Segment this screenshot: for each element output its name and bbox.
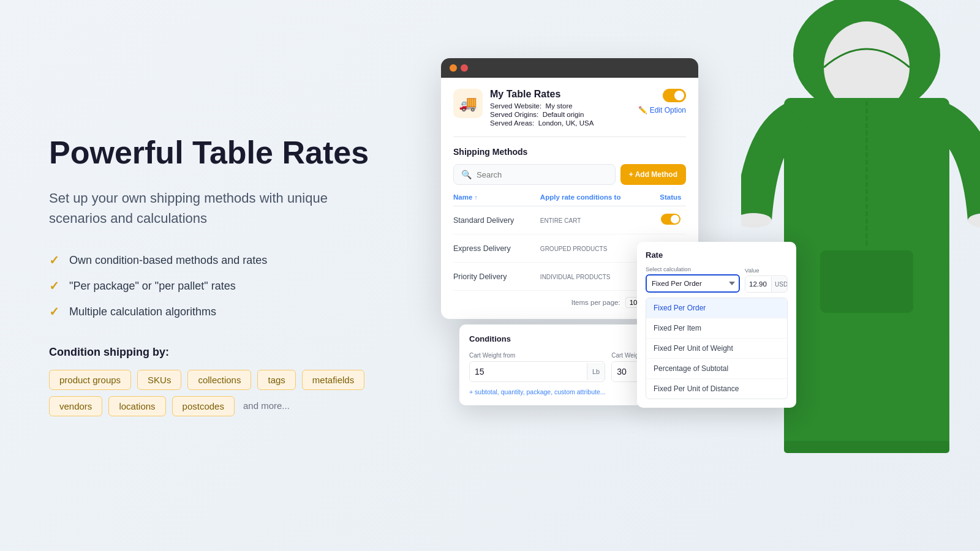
titlebar-dot-red <box>461 64 468 72</box>
row-toggle-1[interactable] <box>661 214 680 225</box>
check-icon-3: ✓ <box>49 304 59 319</box>
weight-from-field: Cart Weight from Lb <box>469 352 605 382</box>
value-input[interactable] <box>745 276 771 292</box>
table-rates-toggle[interactable] <box>663 89 686 102</box>
checklist-item-3: Multiple calculation algorithms <box>69 305 216 318</box>
col-status: Status <box>655 193 686 206</box>
calculation-dropdown: Fixed Per Order Fixed Per Item Fixed Per… <box>646 298 788 399</box>
value-label: Value <box>745 267 788 274</box>
search-row: 🔍 + Add Method <box>453 164 686 185</box>
rate-inputs-row: Select calculation Fixed Per Order Value… <box>646 266 788 293</box>
tag-vendors: vendors <box>49 396 102 416</box>
checklist: ✓ Own condition-based methods and rates … <box>49 253 380 319</box>
tag-more: and more... <box>241 396 292 416</box>
search-input[interactable] <box>477 170 579 179</box>
checklist-item-1: Own condition-based methods and rates <box>69 254 267 267</box>
tag-postcodes: postcodes <box>172 396 235 416</box>
left-section: Powerful Table Rates Set up your own shi… <box>0 98 429 454</box>
titlebar-dot-orange <box>450 64 457 72</box>
tr-controls-right: ✏️ Edit Option <box>638 89 686 114</box>
weight-from-input-row: Lb <box>469 361 605 382</box>
option-fixed-per-order[interactable]: Fixed Per Order <box>646 298 787 318</box>
served-website: Served Website: My store <box>490 102 594 110</box>
check-icon-1: ✓ <box>49 253 59 268</box>
col-apply-rate: Apply rate conditions to <box>540 193 655 206</box>
calc-select-wrapper: Select calculation Fixed Per Order <box>646 266 740 293</box>
calculation-select[interactable]: Fixed Per Order <box>646 274 740 293</box>
list-item: ✓ "Per package" or "per pallet" rates <box>49 279 380 293</box>
served-areas: Served Areas: London, UK, USA <box>490 119 594 127</box>
per-page-label: Items per page: <box>571 299 620 306</box>
check-icon-2: ✓ <box>49 279 59 293</box>
table-row: Standard Delivery ENTIRE CART <box>453 206 686 234</box>
calc-label: Select calculation <box>646 266 740 272</box>
served-origins: Served Origins: Default origin <box>490 111 594 118</box>
right-section: 🚚 My Table Rates Served Website: My stor… <box>429 0 980 551</box>
edit-option-button[interactable]: ✏️ Edit Option <box>638 106 686 114</box>
option-fixed-per-weight[interactable]: Fixed Per Unit of Weight <box>646 339 787 359</box>
condition-shipping-title: Condition shipping by: <box>49 346 380 359</box>
add-method-button[interactable]: + Add Method <box>620 164 686 185</box>
conditions-card: Conditions Cart Weight from Lb Cart Weig… <box>459 324 643 405</box>
option-percentage-subtotal[interactable]: Percentage of Subtotal <box>646 359 787 379</box>
row-name-1: Standard Delivery <box>453 206 540 234</box>
currency-label: USD <box>771 277 788 292</box>
page-title: Powerful Table Rates <box>49 135 380 171</box>
table-rates-title: My Table Rates <box>490 89 594 100</box>
weight-from-input[interactable] <box>470 362 587 381</box>
tag-collections: collections <box>187 370 251 390</box>
tag-locations: locations <box>108 396 165 416</box>
row-apply-1: ENTIRE CART <box>540 206 655 234</box>
row-name-3: Priority Delivery <box>453 263 540 291</box>
search-box: 🔍 <box>453 164 616 185</box>
conditions-extra[interactable]: + subtotal, quantity, package, custom at… <box>469 388 633 395</box>
option-fixed-per-distance[interactable]: Fixed Per Unit of Distance <box>646 379 787 399</box>
tag-metafields: metafields <box>302 370 364 390</box>
svg-rect-6 <box>784 441 949 453</box>
sort-icon: ↑ <box>475 194 478 201</box>
row-name-2: Express Delivery <box>453 234 540 263</box>
titlebar <box>441 58 698 78</box>
value-input-group: USD <box>745 276 788 293</box>
checklist-item-2: "Per package" or "per pallet" rates <box>69 280 236 293</box>
tags-container: product groups SKUs collections tags met… <box>49 370 380 416</box>
subtitle: Set up your own shipping methods with un… <box>49 188 380 228</box>
shipping-methods-title: Shipping Methods <box>453 147 686 157</box>
tag-product-groups: product groups <box>49 370 131 390</box>
rate-card-title: Rate <box>646 250 788 260</box>
tr-meta-info: My Table Rates Served Website: My store … <box>490 89 594 128</box>
table-rates-header: 🚚 My Table Rates Served Website: My stor… <box>453 89 686 137</box>
pencil-icon: ✏️ <box>638 106 647 114</box>
weight-from-label: Cart Weight from <box>469 352 605 359</box>
tag-skus: SKUs <box>137 370 181 390</box>
tr-info-left: 🚚 My Table Rates Served Website: My stor… <box>453 89 594 128</box>
svg-rect-3 <box>821 251 913 312</box>
option-fixed-per-item[interactable]: Fixed Per Item <box>646 318 787 339</box>
value-wrapper: Value USD <box>745 267 788 293</box>
conditions-inputs: Cart Weight from Lb Cart Weight to Lb <box>469 352 633 382</box>
tag-tags: tags <box>257 370 295 390</box>
rate-card: Rate Select calculation Fixed Per Order … <box>637 242 796 408</box>
row-status-1 <box>655 206 686 234</box>
conditions-title: Conditions <box>469 334 633 343</box>
list-item: ✓ Own condition-based methods and rates <box>49 253 380 268</box>
weight-from-unit: Lb <box>587 363 605 380</box>
truck-icon: 🚚 <box>453 89 483 118</box>
search-icon: 🔍 <box>461 170 472 179</box>
list-item: ✓ Multiple calculation algorithms <box>49 304 380 319</box>
col-name: Name ↑ <box>453 193 540 206</box>
